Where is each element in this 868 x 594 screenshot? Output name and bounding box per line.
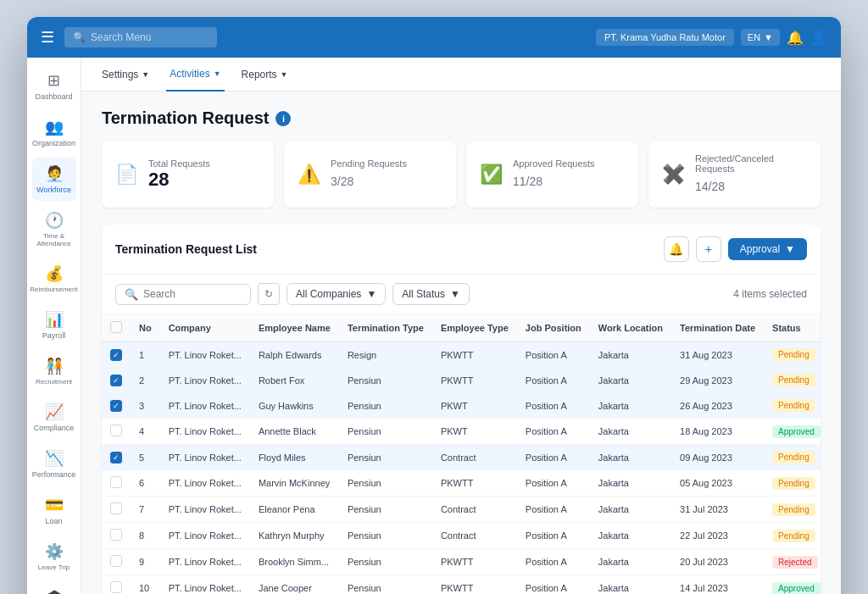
- row-company: PT. Linov Roket...: [160, 445, 250, 470]
- row-termination-date: 29 Aug 2023: [671, 368, 764, 393]
- refresh-button[interactable]: ↻: [258, 283, 280, 305]
- pending-requests-info: Pending Requests 3/28: [331, 158, 407, 191]
- language-select[interactable]: EN ▼: [741, 29, 780, 46]
- table-search-wrap[interactable]: 🔍: [115, 284, 251, 305]
- table-row: ✓ 3 PT. Linov Roket... Guy Hawkins Pensi…: [102, 393, 821, 419]
- stats-row: 📄 Total Requests 28 ⚠️ Pending Requests …: [102, 142, 821, 208]
- sidebar-item-payroll[interactable]: 📊 Payroll: [32, 303, 76, 347]
- table-row: 4 PT. Linov Roket... Annette Black Pensi…: [102, 419, 821, 445]
- status-filter[interactable]: All Status ▼: [392, 283, 470, 305]
- row-employee: Guy Hawkins: [250, 393, 339, 419]
- hamburger-icon[interactable]: ☰: [41, 28, 54, 47]
- row-employee: Kathryn Murphy: [250, 523, 339, 549]
- info-icon[interactable]: i: [275, 111, 291, 126]
- row-checkbox-4[interactable]: [110, 425, 122, 436]
- row-employee-type: PKWTT: [432, 575, 517, 595]
- reimbursement-icon: 💰: [45, 264, 64, 283]
- row-checkbox-2[interactable]: ✓: [110, 375, 122, 386]
- notification-icon[interactable]: 🔔: [787, 30, 804, 46]
- notification-bell-button[interactable]: 🔔: [664, 236, 689, 262]
- row-job-position: Position A: [517, 470, 590, 497]
- table-header-row: No Company Employee Name Termination Typ…: [102, 314, 821, 342]
- sidebar-item-time-attendance[interactable]: 🕐 Time & Attendance: [32, 204, 76, 254]
- sidebar-item-workforce[interactable]: 🧑‍💼 Workforce: [32, 158, 76, 201]
- sidebar-item-dashboard[interactable]: ⊞ Dashboard: [32, 64, 76, 108]
- pending-requests-icon: ⚠️: [298, 164, 320, 186]
- sidebar-item-loan[interactable]: 💳 Loan: [32, 489, 76, 532]
- row-termination-type: Resign: [339, 342, 432, 368]
- termination-table: No Company Employee Name Termination Typ…: [102, 314, 821, 594]
- list-header: Termination Request List 🔔 + Approval ▼: [102, 225, 821, 275]
- approved-requests-info: Approved Requests 11/28: [513, 158, 595, 191]
- row-termination-type: Pensiun: [339, 393, 432, 419]
- row-status: Pending: [764, 342, 821, 368]
- row-employee: Eleanor Pena: [250, 497, 339, 523]
- sidebar-item-lms[interactable]: 🎓 Learning Management System: [32, 581, 76, 594]
- performance-icon: 📉: [45, 449, 64, 468]
- sidebar-item-reimbursement[interactable]: 💰 Reimbursement: [32, 258, 76, 300]
- pending-requests-label: Pending Requests: [331, 158, 407, 169]
- row-no: 6: [131, 470, 160, 497]
- row-employee: Annette Black: [250, 419, 339, 445]
- rejected-requests-icon: ✖️: [662, 164, 685, 186]
- row-termination-date: 09 Aug 2023: [671, 445, 764, 470]
- sidebar-label-leave: Leave Trip: [38, 563, 70, 571]
- col-company: Company: [160, 314, 250, 342]
- row-termination-date: 31 Aug 2023: [671, 342, 764, 368]
- search-menu-input[interactable]: [91, 31, 209, 43]
- approval-chevron-icon: ▼: [785, 243, 795, 255]
- row-checkbox-8[interactable]: [110, 529, 122, 541]
- tab-settings[interactable]: Settings ▼: [98, 58, 153, 92]
- dashboard-icon: ⊞: [47, 71, 60, 90]
- row-checkbox-1[interactable]: ✓: [110, 349, 122, 361]
- search-bar[interactable]: 🔍: [64, 27, 217, 47]
- row-work-location: Jakarta: [590, 368, 671, 393]
- row-checkbox-7[interactable]: [110, 502, 122, 514]
- row-job-position: Position A: [517, 393, 590, 419]
- user-avatar[interactable]: 👤: [810, 30, 827, 46]
- row-checkbox-10[interactable]: [110, 581, 122, 593]
- row-checkbox-6[interactable]: [110, 476, 122, 488]
- tab-activities[interactable]: Activities ▼: [166, 58, 224, 92]
- approval-button[interactable]: Approval ▼: [728, 238, 807, 260]
- add-button[interactable]: +: [696, 236, 721, 262]
- row-company: PT. Linov Roket...: [160, 419, 250, 445]
- recruitment-icon: 🧑‍🤝‍🧑: [45, 357, 64, 375]
- col-termination-date: Termination Date: [671, 314, 764, 342]
- compliance-icon: 📈: [45, 402, 64, 421]
- row-company: PT. Linov Roket...: [160, 368, 250, 393]
- sidebar-item-organization[interactable]: 👥 Organization: [32, 111, 76, 154]
- company-badge: PT. Krama Yudha Ratu Motor: [596, 29, 734, 46]
- company-filter[interactable]: All Companies ▼: [287, 283, 386, 305]
- col-employee-name: Employee Name: [250, 314, 339, 342]
- status-badge: Pending: [772, 374, 815, 386]
- col-status: Status: [764, 314, 821, 342]
- row-status: Pending: [764, 470, 821, 497]
- sidebar-item-compliance[interactable]: 📈 Compliance: [32, 396, 76, 439]
- sidebar-item-recruitment[interactable]: 🧑‍🤝‍🧑 Recruitment: [32, 350, 76, 392]
- select-all-checkbox[interactable]: [110, 321, 122, 333]
- sidebar-label-loan: Loan: [45, 517, 62, 525]
- row-checkbox-5[interactable]: ✓: [110, 452, 122, 464]
- row-termination-type: Pensiun: [339, 523, 432, 549]
- row-checkbox-9[interactable]: [110, 555, 122, 567]
- list-section: Termination Request List 🔔 + Approval ▼: [102, 225, 821, 594]
- list-actions: 🔔 + Approval ▼: [664, 236, 807, 262]
- status-badge: Approved: [772, 425, 821, 438]
- row-work-location: Jakarta: [590, 393, 671, 419]
- sidebar-label-workforce: Workforce: [36, 186, 71, 194]
- payroll-icon: 📊: [45, 310, 64, 329]
- sidebar-item-leave-trip[interactable]: ⚙️ Leave Trip: [32, 536, 76, 578]
- row-termination-type: Pensiun: [339, 549, 432, 575]
- table-search-input[interactable]: [143, 288, 245, 300]
- sidebar-item-performance[interactable]: 📉 Performance: [32, 442, 76, 486]
- status-badge: Pending: [772, 503, 815, 516]
- row-job-position: Position A: [517, 497, 590, 523]
- row-company: PT. Linov Roket...: [160, 549, 250, 575]
- row-no: 8: [131, 523, 160, 549]
- row-employee-type: PKWTT: [432, 368, 517, 393]
- stat-card-pending: ⚠️ Pending Requests 3/28: [284, 142, 456, 208]
- col-no: No: [131, 314, 160, 342]
- row-checkbox-3[interactable]: ✓: [110, 400, 122, 412]
- tab-reports[interactable]: Reports ▼: [238, 58, 292, 92]
